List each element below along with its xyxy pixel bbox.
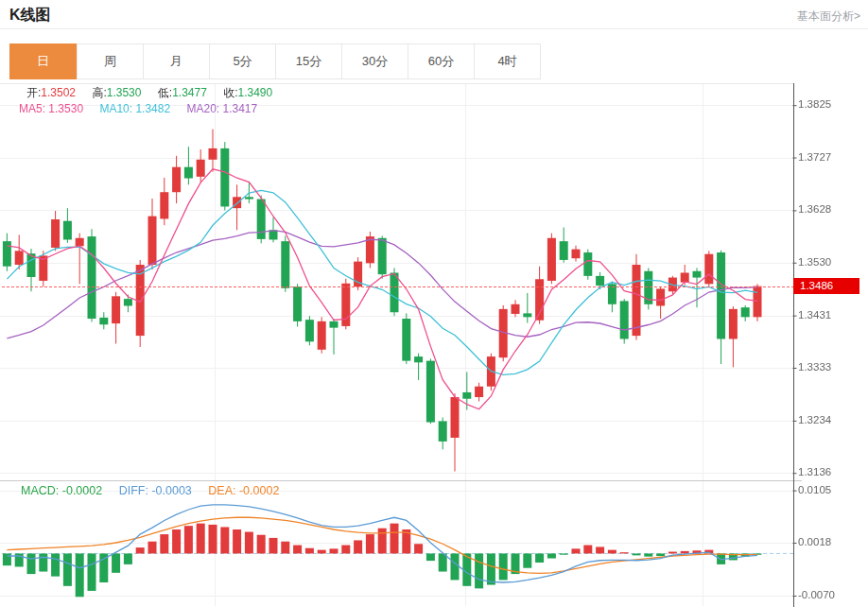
diff-readout: DIFF: -0.0003 bbox=[119, 484, 192, 497]
macd-axis-label: -0.0070 bbox=[798, 589, 835, 600]
price-axis-label: 1.3727 bbox=[798, 151, 831, 163]
macd-axis-label: 0.0018 bbox=[798, 536, 831, 547]
ma-info-line: MA5: 1.3530 MA10: 1.3482 MA20: 1.3417 bbox=[19, 102, 257, 115]
ma20-readout: MA20: 1.3417 bbox=[186, 102, 257, 115]
high-value: 1.3530 bbox=[107, 86, 142, 99]
macd-readout: MACD: -0.0002 bbox=[21, 484, 102, 497]
price-axis-label: 1.3136 bbox=[798, 466, 831, 477]
macd-axis-label: 0.0105 bbox=[798, 484, 831, 495]
price-axis-label: 1.3628 bbox=[798, 203, 831, 215]
open-label: 开: bbox=[26, 86, 41, 99]
price-axis-label: 1.3530 bbox=[798, 256, 831, 268]
ma5-readout: MA5: 1.3530 bbox=[19, 102, 83, 115]
price-axis-label: 1.3234 bbox=[798, 414, 831, 425]
ohlc-info-line: 开:1.3502 高:1.3530 低:1.3477 收:1.3490 bbox=[26, 85, 272, 101]
low-value: 1.3477 bbox=[172, 86, 207, 99]
macd-info-line: MACD: -0.0002 DIFF: -0.0003 DEA: -0.0002 bbox=[21, 484, 279, 497]
low-label: 低: bbox=[158, 86, 172, 99]
open-value: 1.3502 bbox=[41, 86, 76, 99]
price-axis-label: 1.3825 bbox=[798, 98, 831, 110]
price-axis-label: 1.3431 bbox=[798, 309, 831, 321]
dea-readout: DEA: -0.0002 bbox=[208, 484, 279, 497]
high-label: 高: bbox=[92, 86, 106, 99]
ma10-readout: MA10: 1.3482 bbox=[99, 102, 170, 115]
price-axis-label: 1.3333 bbox=[798, 361, 831, 373]
close-label: 收: bbox=[223, 86, 237, 99]
kline-page: K线图 基本面分析> 日周月5分15分30分60分4时 开:1.3502 高:1… bbox=[0, 0, 868, 607]
close-value: 1.3490 bbox=[238, 86, 273, 99]
current-price-tag: 1.3486 bbox=[793, 278, 859, 294]
